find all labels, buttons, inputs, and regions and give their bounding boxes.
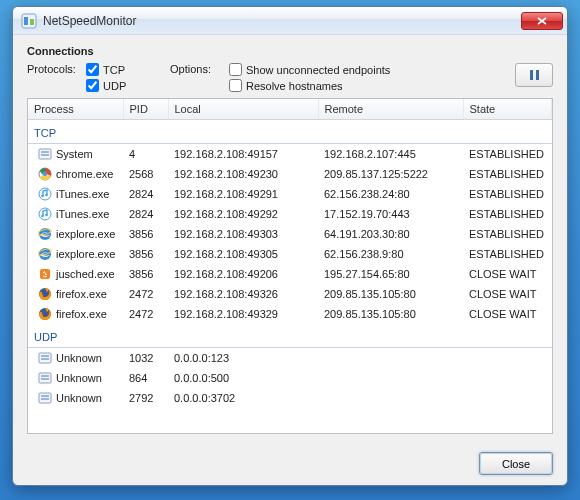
pause-icon	[530, 70, 533, 80]
app-icon	[21, 13, 37, 29]
pause-button[interactable]	[515, 63, 553, 87]
ie-icon	[38, 247, 52, 261]
udp-checkbox[interactable]: UDP	[86, 79, 166, 92]
app-icon	[38, 371, 52, 385]
process-name: firefox.exe	[56, 306, 107, 322]
table-row[interactable]: System4192.168.2.108:49157192.168.2.107:…	[28, 144, 552, 165]
protocols-label: Protocols:	[27, 63, 82, 75]
tcp-checkbox-label: TCP	[103, 64, 125, 76]
options-row: Protocols: TCP UDP Options: Show unconne…	[27, 63, 553, 92]
connections-table: Process PID Local Remote State TCPSystem…	[28, 99, 552, 408]
tcp-checkbox[interactable]: TCP	[86, 63, 166, 76]
col-state[interactable]: State	[463, 99, 552, 120]
java-icon	[38, 267, 52, 281]
table-row[interactable]: iexplore.exe3856192.168.2.108:4930562.15…	[28, 244, 552, 264]
table-row[interactable]: iTunes.exe2824192.168.2.108:4929162.156.…	[28, 184, 552, 204]
process-name: firefox.exe	[56, 286, 107, 302]
itunes-icon	[38, 187, 52, 201]
table-row[interactable]: firefox.exe2472192.168.2.108:49329209.85…	[28, 304, 552, 324]
process-name: System	[56, 146, 93, 162]
titlebar: NetSpeedMonitor	[13, 7, 567, 35]
process-name: chrome.exe	[56, 166, 113, 182]
process-name: iexplore.exe	[56, 226, 115, 242]
table-row[interactable]: Unknown8640.0.0.0:500	[28, 368, 552, 388]
process-name: Unknown	[56, 350, 102, 366]
options-label: Options:	[170, 63, 225, 75]
process-name: Unknown	[56, 370, 102, 386]
table-header-row: Process PID Local Remote State	[28, 99, 552, 120]
process-name: iTunes.exe	[56, 186, 109, 202]
udp-checkbox-label: UDP	[103, 80, 126, 92]
resolve-hostnames-label: Resolve hostnames	[246, 80, 343, 92]
svg-rect-1	[24, 17, 28, 25]
process-name: jusched.exe	[56, 266, 115, 282]
col-process[interactable]: Process	[28, 99, 123, 120]
table-row[interactable]: Unknown10320.0.0.0:123	[28, 348, 552, 369]
col-pid[interactable]: PID	[123, 99, 168, 120]
group-row: UDP	[28, 324, 552, 348]
show-unconnected-checkbox[interactable]: Show unconnected endpoints	[229, 63, 511, 76]
window-close-button[interactable]	[521, 12, 563, 30]
table-row[interactable]: iexplore.exe3856192.168.2.108:4930364.19…	[28, 224, 552, 244]
app-icon	[38, 147, 52, 161]
process-name: iexplore.exe	[56, 246, 115, 262]
dialog-footer: Close	[13, 444, 567, 485]
group-row: TCP	[28, 120, 552, 144]
table-row[interactable]: firefox.exe2472192.168.2.108:49326209.85…	[28, 284, 552, 304]
chrome-icon	[38, 167, 52, 181]
connections-listview[interactable]: Process PID Local Remote State TCPSystem…	[27, 98, 553, 434]
firefox-icon	[38, 287, 52, 301]
app-icon	[38, 391, 52, 405]
close-icon	[537, 17, 547, 25]
table-row[interactable]: iTunes.exe2824192.168.2.108:4929217.152.…	[28, 204, 552, 224]
firefox-icon	[38, 307, 52, 321]
content-area: Connections Protocols: TCP UDP Options: …	[13, 35, 567, 444]
app-icon	[38, 351, 52, 365]
show-unconnected-label: Show unconnected endpoints	[246, 64, 390, 76]
close-button[interactable]: Close	[479, 452, 553, 475]
col-local[interactable]: Local	[168, 99, 318, 120]
table-row[interactable]: Unknown27920.0.0.0:3702	[28, 388, 552, 408]
table-row[interactable]: chrome.exe2568192.168.2.108:49230209.85.…	[28, 164, 552, 184]
app-window: NetSpeedMonitor Connections Protocols: T…	[12, 6, 568, 486]
resolve-hostnames-checkbox[interactable]: Resolve hostnames	[229, 79, 511, 92]
process-name: iTunes.exe	[56, 206, 109, 222]
connections-heading: Connections	[27, 45, 553, 57]
col-remote[interactable]: Remote	[318, 99, 463, 120]
ie-icon	[38, 227, 52, 241]
svg-rect-2	[30, 19, 34, 25]
window-title: NetSpeedMonitor	[43, 14, 515, 28]
process-name: Unknown	[56, 390, 102, 406]
itunes-icon	[38, 207, 52, 221]
table-row[interactable]: jusched.exe3856192.168.2.108:49206195.27…	[28, 264, 552, 284]
